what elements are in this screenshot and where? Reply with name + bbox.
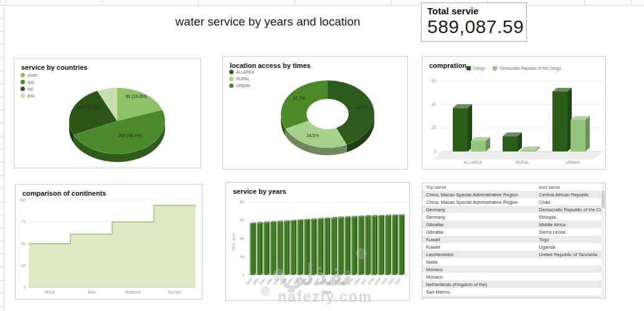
y-axis-label: AVG_year [232, 233, 235, 250]
bar-year-2016[interactable] [362, 216, 364, 275]
legend-swatch [21, 80, 25, 84]
panel-service-by-countries: service by countries underupptopless 81 … [14, 58, 201, 168]
bar-Democratic-Republic-of-the-Congo-RURAL[interactable] [521, 150, 536, 151]
bar-highlight [291, 222, 291, 275]
legend-item-top[interactable]: top [21, 87, 38, 91]
y-tick-label: 40 [432, 102, 437, 107]
bar-year-2007[interactable] [301, 219, 303, 275]
legend-item-Congo[interactable]: Congo [466, 66, 485, 70]
bar-year-2012[interactable] [335, 217, 337, 275]
bar-year-2010[interactable] [322, 218, 324, 275]
bar-year-2002[interactable] [268, 221, 270, 275]
bar-Congo-URBAN[interactable] [552, 92, 567, 151]
table-cell: Ethiopia [535, 213, 601, 221]
pie-chart-service-by-countries[interactable]: 81 (19.6%)200 (48.4%)104 (25.1%) [14, 59, 201, 168]
pie-slice-URBAN[interactable] [281, 80, 328, 129]
legend-label: Democratic Republic of the Congo [500, 66, 561, 70]
bar-year-2008[interactable] [308, 219, 310, 275]
bar-highlight [351, 218, 352, 275]
bar-highlight [257, 224, 257, 275]
panel-title: service by years [233, 188, 286, 195]
y-tick-label: 60 [432, 79, 437, 83]
bar-chart-compration[interactable]: 0204060ALLAREARURALURBAN [422, 57, 605, 169]
table-cell: Germany [422, 206, 535, 213]
bar-highlight [392, 216, 392, 275]
panel-title: comparison of continents [22, 189, 106, 197]
table-cell: Central African Republic [535, 191, 601, 198]
table-header-row: Top serve less serve [422, 183, 601, 191]
x-tick-label: 2003 [265, 277, 273, 285]
bar-year-2019[interactable] [382, 215, 384, 275]
x-tick-label: 2013 [333, 277, 341, 285]
legend-label: less [27, 93, 35, 98]
step-area-chart-continents[interactable]: 0255075100AfricaAsiaAmericaEurope [16, 184, 202, 299]
x-tick-label: 2005 [279, 277, 286, 285]
table-row: GermanyDemocratic Republic of the Congo [422, 206, 601, 213]
legend-item-ALLAREA[interactable]: ALLAREA [229, 70, 254, 74]
table-scrollbar[interactable] [601, 183, 605, 298]
table-cell [535, 266, 601, 273]
table-row: GermanyEthiopia [422, 213, 601, 221]
table-cell [535, 258, 601, 266]
bar-year-2018[interactable] [376, 215, 378, 275]
legend-item-less[interactable]: less [21, 93, 38, 98]
table-cell: Netherlands (Kingdom of the) [422, 280, 535, 288]
legend-item-RURAL[interactable]: RURAL [229, 77, 254, 81]
scrollbar-thumb[interactable] [602, 191, 605, 208]
bar-highlight [277, 222, 278, 275]
bar-year-2022[interactable] [403, 214, 405, 275]
bar-year-2001[interactable] [261, 222, 263, 275]
table-cell: United Republic of Tanzania [535, 251, 601, 258]
bar-year-2021[interactable] [396, 214, 398, 275]
area-fill[interactable] [29, 205, 196, 287]
legend-item-under[interactable]: under [21, 73, 38, 77]
legend-swatch [229, 84, 234, 88]
bar-highlight [358, 218, 359, 275]
panel-title: service by countries [21, 64, 87, 71]
bar-year-2004[interactable] [282, 221, 283, 275]
bar-highlight [365, 217, 366, 275]
bar-year-2005[interactable] [288, 220, 290, 275]
total-kpi-card: Total servie 589,087.59 [421, 2, 527, 42]
bar-year-2020[interactable] [389, 214, 391, 275]
bar-year-2003[interactable] [275, 221, 277, 275]
x-category-label: Europe [168, 290, 181, 295]
legend-item-URBAN[interactable]: URBAN [229, 84, 254, 88]
bar-year-2009[interactable] [315, 218, 317, 275]
x-category-label: RURAL [516, 160, 529, 165]
bar-Congo-RURAL[interactable] [503, 136, 518, 151]
legend-item-upp[interactable]: upp [21, 80, 38, 84]
bar-year-2013[interactable] [342, 216, 344, 275]
x-tick-label: 2018 [367, 277, 374, 285]
bar-Democratic-Republic-of-the-Congo-ALLAREA[interactable] [471, 141, 486, 151]
bar-year-2000[interactable] [254, 222, 256, 275]
bar-Congo-ALLAREA[interactable] [453, 108, 468, 151]
table-cell: Gibraltar [422, 221, 535, 228]
legend-item-Democratic Republic of the Congo[interactable]: Democratic Republic of the Congo [493, 66, 561, 70]
bar-highlight [311, 221, 311, 275]
table-cell: Togo [535, 236, 601, 243]
table-row: Monaco [422, 266, 601, 273]
bar-Democratic-Republic-of-the-Congo-URBAN[interactable] [585, 116, 590, 151]
bar-chart-service-by-years[interactable]: 0204060802000200120022003200420052006200… [226, 183, 409, 300]
x-tick-label: 2017 [360, 277, 367, 285]
bar-highlight [263, 224, 264, 275]
x-tick-label: 2016 [353, 277, 361, 285]
table-cell: Liechtenstein [422, 251, 535, 258]
bar-year-2011[interactable] [329, 218, 331, 275]
bar-highlight [297, 221, 298, 275]
bar-highlight [331, 219, 332, 275]
table-cell: San Marino [422, 288, 535, 295]
bar-highlight [399, 216, 399, 275]
legend-label: URBAN [236, 84, 250, 88]
y-tick-label: 80 [240, 200, 244, 204]
bar-year-2015[interactable] [356, 216, 358, 275]
bar-year-2014[interactable] [349, 216, 351, 275]
bar-Democratic-Republic-of-the-Congo-URBAN[interactable] [571, 120, 585, 151]
bar-year-2017[interactable] [369, 215, 371, 275]
panel-location-access: location access by times ALLAREARURALURB… [222, 56, 408, 170]
bar-year-2006[interactable] [295, 219, 296, 275]
bar-chart-legend: CongoDemocratic Republic of the Congo [422, 66, 605, 70]
slice-label: 81 (19.6%) [126, 94, 147, 99]
bar-highlight [344, 218, 345, 275]
